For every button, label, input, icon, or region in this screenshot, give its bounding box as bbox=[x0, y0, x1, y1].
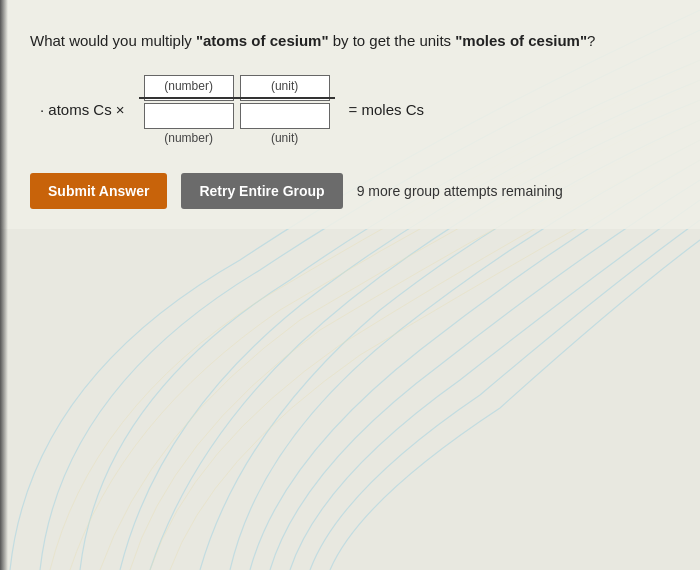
denominator-number-label: (number) bbox=[144, 131, 234, 145]
attempts-remaining-text: 9 more group attempts remaining bbox=[357, 183, 563, 199]
equation-row: · atoms Cs × (number) (unit) (number) bbox=[40, 75, 670, 145]
atoms-label: · atoms Cs × bbox=[40, 101, 125, 118]
content-area: What would you multiply "atoms of cesium… bbox=[0, 0, 700, 229]
fraction-denominator bbox=[144, 103, 330, 129]
question-text-after: ? bbox=[587, 32, 595, 49]
retry-entire-group-button[interactable]: Retry Entire Group bbox=[181, 173, 342, 209]
denominator-number-input[interactable] bbox=[144, 103, 234, 129]
fraction: (number) (unit) (number) (unit) bbox=[139, 75, 335, 145]
left-edge-decoration bbox=[0, 0, 8, 570]
question-text: What would you multiply "atoms of cesium… bbox=[30, 30, 670, 53]
question-bold2: "moles of cesium" bbox=[455, 32, 587, 49]
submit-answer-button[interactable]: Submit Answer bbox=[30, 173, 167, 209]
buttons-row: Submit Answer Retry Entire Group 9 more … bbox=[30, 173, 670, 209]
fraction-line bbox=[139, 97, 335, 99]
question-text-middle: by to get the units bbox=[329, 32, 456, 49]
result-label: = moles Cs bbox=[349, 101, 424, 118]
denominator-unit-input[interactable] bbox=[240, 103, 330, 129]
question-text-before: What would you multiply bbox=[30, 32, 196, 49]
question-bold1: "atoms of cesium" bbox=[196, 32, 329, 49]
denominator-unit-label: (unit) bbox=[240, 131, 330, 145]
